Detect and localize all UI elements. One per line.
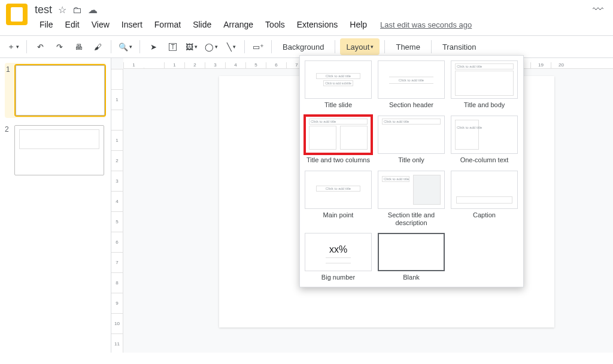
layout-button[interactable]: Layout▾ xyxy=(340,38,380,55)
print-button[interactable]: 🖶 xyxy=(70,38,87,55)
preview-column-left xyxy=(309,126,336,150)
preview-description-pane xyxy=(413,175,441,205)
ruler-tick: 10 xyxy=(111,313,123,333)
layout-option-title-only[interactable]: Click to add title Title only xyxy=(378,116,445,165)
star-icon[interactable]: ☆ xyxy=(58,4,66,16)
layout-label: Title only xyxy=(398,156,424,165)
background-button[interactable]: Background xyxy=(277,38,330,55)
ruler-tick: 2 xyxy=(111,150,123,171)
thumb-placeholder xyxy=(19,129,99,149)
preview-column-right xyxy=(340,126,368,150)
separator xyxy=(271,40,272,53)
menu-slide[interactable]: Slide xyxy=(188,17,216,32)
preview-title: Click to add title xyxy=(382,119,441,125)
menu-view[interactable]: View xyxy=(87,17,114,32)
slides-logo-icon[interactable] xyxy=(6,4,28,25)
last-edit-link[interactable]: Last edit was seconds ago xyxy=(380,20,472,29)
slide-number: 1 xyxy=(6,65,12,116)
ruler-tick: 7 xyxy=(111,252,123,272)
undo-button[interactable]: ↶ xyxy=(32,38,48,55)
layout-option-title-and-body[interactable]: Click to add title Title and body xyxy=(451,60,518,110)
layout-option-section-title-description[interactable]: Click to add title Section title and des… xyxy=(378,171,445,227)
menu-format[interactable]: Format xyxy=(150,17,186,32)
select-tool-button[interactable]: ➤ xyxy=(145,38,162,55)
ruler-tick xyxy=(111,69,123,89)
ruler-tick: 8 xyxy=(111,272,123,293)
layout-option-title-and-two-columns[interactable]: Click to add title Title and two columns xyxy=(305,116,372,165)
layout-label: One-column text xyxy=(460,156,509,165)
preview-column: Click to add title xyxy=(455,120,479,150)
slide-thumb-row[interactable]: 2 xyxy=(5,125,106,175)
ruler-tick: 19 xyxy=(530,62,551,68)
image-button[interactable]: 🖼▾ xyxy=(183,38,200,55)
layout-label: Title and body xyxy=(464,101,505,110)
separator xyxy=(431,40,432,53)
comment-button[interactable]: ▭⁺ xyxy=(250,38,266,55)
preview-title: Click to add title xyxy=(456,125,483,130)
textbox-button[interactable]: 🅃 xyxy=(164,38,181,55)
ruler-tick: 6 xyxy=(266,62,286,68)
ruler-tick: 6 xyxy=(111,232,123,252)
menu-tools[interactable]: Tools xyxy=(260,17,290,32)
ruler-tick: 3 xyxy=(205,62,225,68)
ruler-tick: 1 xyxy=(164,62,184,68)
layout-label: Big number xyxy=(321,274,355,282)
preview-caption-bar xyxy=(456,196,512,204)
redo-button[interactable]: ↷ xyxy=(51,38,68,55)
layout-option-big-number[interactable]: xx% Big number xyxy=(305,233,372,282)
layout-option-section-header[interactable]: Click to add title Section header xyxy=(378,60,445,110)
menu-file[interactable]: File xyxy=(35,17,58,32)
vertical-ruler: 1 1 2 3 4 5 6 7 8 9 10 11 xyxy=(111,69,123,353)
separator xyxy=(384,40,385,53)
menu-arrange[interactable]: Arrange xyxy=(219,17,258,32)
preview-big-sub xyxy=(326,257,351,263)
document-name[interactable]: test xyxy=(35,4,52,16)
ruler-tick xyxy=(144,68,164,68)
transition-button[interactable]: Transition xyxy=(436,38,482,55)
layout-option-title-slide[interactable]: Click to add title Click to add subtitle… xyxy=(305,60,372,110)
separator xyxy=(244,40,245,53)
paint-format-button[interactable]: 🖌 xyxy=(89,38,106,55)
move-to-folder-icon[interactable]: 🗀 xyxy=(72,5,82,16)
ruler-tick: 1 xyxy=(123,62,144,68)
shape-button[interactable]: ◯▾ xyxy=(202,38,220,55)
layout-option-main-point[interactable]: Click to add title Main point xyxy=(305,171,372,227)
preview-title: Click to add title xyxy=(309,119,368,125)
layout-popup: Click to add title Click to add subtitle… xyxy=(299,55,524,287)
layout-option-caption[interactable]: Caption xyxy=(451,171,518,227)
line-button[interactable]: ╲▾ xyxy=(223,38,239,55)
preview-body xyxy=(455,71,514,96)
separator xyxy=(139,40,140,53)
ruler-tick: 1 xyxy=(111,89,123,110)
ruler-tick: 4 xyxy=(111,191,123,211)
layout-option-blank[interactable]: Blank xyxy=(378,233,445,282)
layout-label: Blank xyxy=(403,274,420,282)
preview-title: Click to add title xyxy=(382,176,409,182)
layout-label: Title and two columns xyxy=(306,156,370,165)
ruler-tick: 1 xyxy=(111,130,123,150)
preview-big-number: xx% xyxy=(305,244,371,255)
preview-subtitle: Click to add subtitle xyxy=(323,80,353,86)
menu-extensions[interactable]: Extensions xyxy=(292,17,342,32)
new-slide-button[interactable]: ＋▾ xyxy=(5,38,22,55)
menu-insert[interactable]: Insert xyxy=(117,17,147,32)
activity-icon[interactable]: 〰 xyxy=(593,4,603,16)
ruler-tick: 5 xyxy=(111,211,123,232)
layout-label: Main point xyxy=(323,211,354,220)
menu-edit[interactable]: Edit xyxy=(60,17,84,32)
theme-button[interactable]: Theme xyxy=(390,38,426,55)
slide-thumbnail[interactable] xyxy=(14,125,104,175)
layout-label: Caption xyxy=(473,211,496,220)
ruler-tick: 2 xyxy=(184,62,205,68)
zoom-button[interactable]: 🔍▾ xyxy=(116,38,135,55)
slide-thumbnail[interactable] xyxy=(16,65,105,116)
layout-label: Section header xyxy=(389,101,433,110)
slide-number: 2 xyxy=(5,125,11,175)
cloud-status-icon[interactable]: ☁ xyxy=(88,4,98,16)
menu-help[interactable]: Help xyxy=(345,17,372,32)
slide-panel[interactable]: 1 2 xyxy=(0,58,111,353)
preview-title: Click to add title xyxy=(455,63,514,69)
slide-thumb-row[interactable]: 1 xyxy=(5,63,106,118)
ruler-tick: 20 xyxy=(551,62,571,68)
layout-option-one-column-text[interactable]: Click to add title One-column text xyxy=(451,116,518,165)
